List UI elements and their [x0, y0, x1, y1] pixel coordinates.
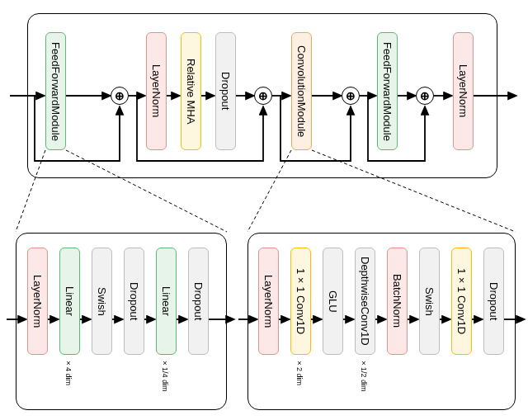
ff-linear-2: Linear: [156, 248, 177, 355]
block-label: LayerNorm: [457, 64, 469, 117]
block-layernorm-2: LayerNorm: [453, 32, 474, 150]
add-node-4: ⊕: [416, 87, 434, 105]
block-label: GLU: [327, 290, 339, 313]
block-layernorm-1: LayerNorm: [146, 32, 167, 150]
block-label: FeedForwardModule: [50, 42, 62, 141]
cv-note-1: ×2 dim: [295, 359, 304, 387]
ff-dropout-1: Dropout: [124, 248, 144, 355]
block-label: FeedForwardModule: [381, 42, 394, 141]
block-label: LayerNorm: [262, 275, 275, 328]
ff-linear-1: Linear: [59, 248, 80, 355]
block-label: Relative MHA: [185, 59, 197, 124]
cv-dropout: Dropout: [483, 248, 504, 355]
block-label: Dropout: [192, 282, 205, 320]
cv-depthwise: DepthwiseConv1D: [355, 248, 375, 355]
block-label: LayerNorm: [31, 275, 44, 328]
ff-dropout-2: Dropout: [188, 248, 209, 355]
ff-swish: Swish: [92, 248, 112, 355]
ff-note-2: ×1/4 dim: [161, 359, 169, 394]
block-label: ConvolutionModule: [295, 45, 308, 137]
block-label: Dropout: [488, 282, 500, 320]
block-label: Linear: [64, 286, 76, 316]
cv-glu: GLU: [323, 248, 343, 355]
block-label: 1×1 Conv1D: [295, 268, 307, 334]
block-label: Linear: [160, 286, 172, 316]
block-label: Swish: [423, 287, 436, 316]
cv-layernorm: LayerNorm: [258, 248, 279, 355]
block-feedforward-2: FeedForwardModule: [377, 32, 398, 150]
block-feedforward-1: FeedForwardModule: [45, 32, 66, 150]
block-label: Dropout: [128, 282, 140, 320]
block-convolution: ConvolutionModule: [291, 32, 312, 150]
cv-swish: Swish: [419, 248, 440, 355]
block-dropout-1: Dropout: [215, 32, 236, 150]
cv-conv1d-2: 1×1 Conv1D: [451, 248, 472, 355]
block-label: 1×1 Conv1D: [455, 268, 468, 334]
cv-conv1d-1: 1×1 Conv1D: [290, 248, 311, 355]
block-relative-mha: Relative MHA: [181, 32, 201, 150]
cv-batchnorm: BatchNorm: [387, 248, 408, 355]
block-label: DepthwiseConv1D: [359, 257, 371, 346]
ff-note-1: ×4 dim: [64, 359, 73, 387]
block-label: BatchNorm: [391, 274, 403, 328]
block-label: Swish: [96, 287, 108, 316]
convolution-panel: [248, 233, 516, 410]
block-label: LayerNorm: [150, 64, 163, 117]
ff-layernorm: LayerNorm: [27, 248, 48, 355]
add-node-3: ⊕: [342, 87, 360, 105]
add-node-2: ⊕: [254, 87, 272, 105]
add-node-1: ⊕: [111, 87, 129, 105]
cv-note-2: ×1/2 dim: [360, 359, 368, 394]
block-label: Dropout: [219, 72, 232, 110]
